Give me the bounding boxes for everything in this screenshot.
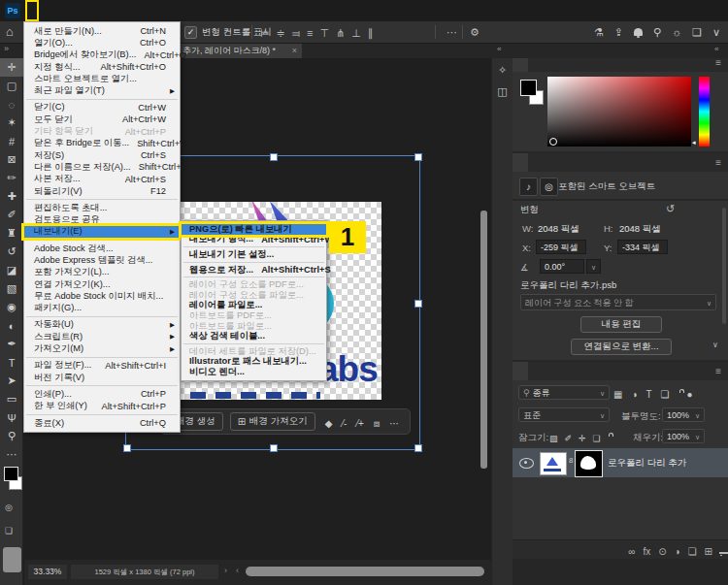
panel-menu-icon[interactable]: ≡ <box>715 153 721 172</box>
tools-more-icon[interactable]: ⋯ <box>0 445 23 464</box>
menu-item[interactable] <box>26 99 178 100</box>
submenu-item-color-lookup[interactable]: 색상 검색 테이블... <box>182 331 326 341</box>
beta-flask-icon[interactable]: ⚗ <box>594 26 604 39</box>
menu-layer[interactable] <box>66 0 80 21</box>
tab-paths[interactable] <box>544 362 559 380</box>
ai-generate-icon[interactable]: ✧ <box>495 62 511 78</box>
menu-image[interactable] <box>52 0 66 21</box>
menu-item-close-go-bridge[interactable]: 닫은 후 Bridge로 이동... Shift+Ctrl+W <box>24 138 180 149</box>
layer-thumbnail[interactable] <box>540 452 567 475</box>
saturation-field[interactable] <box>547 77 691 146</box>
menu-item-invite-edit[interactable]: 편집하도록 초대... <box>24 202 180 213</box>
menu-file[interactable] <box>25 0 39 21</box>
y-input[interactable]: -334 픽셀 <box>617 240 668 254</box>
history-brush-tool[interactable]: ↺ <box>0 243 23 261</box>
menu-item[interactable] <box>26 414 178 415</box>
more-options-icon[interactable]: ⋯ <box>447 21 457 43</box>
filter-shape-layers-icon[interactable]: ❏ <box>661 384 670 402</box>
lock-pixels-icon[interactable]: ✐ <box>565 428 573 445</box>
subtract-brush-icon[interactable]: ⁄- <box>342 413 347 431</box>
gear-icon[interactable]: ⚙ <box>470 21 480 43</box>
filter-type-layers-icon[interactable]: T <box>646 384 652 402</box>
menu-item-close-all[interactable]: 모두 닫기 Alt+Ctrl+W <box>24 114 180 125</box>
layer-filter-select[interactable]: ⚲ 종류 ∨ <box>518 385 610 400</box>
filter-smart-objects-icon[interactable]: ● <box>687 384 693 402</box>
menu-item-save-copy[interactable]: 사본 저장... Alt+Ctrl+S <box>24 174 180 185</box>
menu-item-share-review[interactable]: 검토용으로 공유 <box>24 213 180 225</box>
saturation-cursor[interactable] <box>549 138 557 146</box>
status-arrow-icon[interactable]: ‹ <box>236 566 239 575</box>
menu-item-save-as[interactable]: 다른 이름으로 저장(A)... Shift+Ctrl+S <box>24 161 180 173</box>
status-arrow-icon[interactable]: › <box>224 566 227 575</box>
submenu-item-save-for-web[interactable]: 웹용으로 저장... Alt+Shift+Ctrl+S <box>182 265 326 276</box>
distribute-icon[interactable]: ≡ <box>307 23 313 41</box>
layer-visibility-eye-icon[interactable] <box>519 458 534 469</box>
opacity-input[interactable]: 100% ∨ <box>662 407 705 422</box>
align-left-edges-icon[interactable]: ⊨ <box>260 23 270 41</box>
lock-transparency-icon[interactable]: ▨ <box>549 428 558 445</box>
filter-pixel-layers-icon[interactable]: ▦ <box>613 384 622 402</box>
menu-view[interactable] <box>120 0 134 21</box>
menu-item-place-linked[interactable]: 연결 가져오기(K)... <box>24 278 180 290</box>
layer-comps-select[interactable]: 레이어 구성 요소 적용 안 함 ∨ <box>520 294 716 310</box>
toolbar-expand-icon[interactable]: » <box>4 44 9 53</box>
menu-type[interactable] <box>80 0 93 21</box>
share-icon[interactable]: ⇪ <box>614 26 623 39</box>
smart-object-icon[interactable]: ♪ <box>519 178 538 196</box>
convert-to-linked-button[interactable]: 연결됨으로 변환... <box>571 339 672 355</box>
new-group-icon[interactable]: ❏ <box>688 541 697 559</box>
menu-plugins[interactable] <box>134 0 148 21</box>
menu-item-open[interactable]: 열기(O)... Ctrl+O <box>24 37 180 49</box>
transform-handle[interactable] <box>123 444 131 452</box>
transform-handle[interactable] <box>414 300 422 308</box>
menu-edit[interactable] <box>39 0 52 21</box>
menu-item-free-stock[interactable]: 무료 Adobe Stock 이미지 배치... <box>24 290 180 302</box>
tab-libraries[interactable] <box>544 153 559 172</box>
type-tool[interactable]: T <box>0 353 23 372</box>
new-layer-icon[interactable]: ⊞ <box>705 541 712 559</box>
filter-adjustment-layers-icon[interactable]: ◑ <box>631 384 637 402</box>
menu-item-adobe-stock[interactable]: Adobe Stock 검색... <box>24 243 180 254</box>
layer-row[interactable]: 8 로우폴리 다리 추가 <box>513 448 728 477</box>
hand-tool[interactable]: Ψ <box>0 408 23 427</box>
submenu-item-render-video[interactable]: 비디오 렌더... <box>182 367 326 377</box>
menu-item-open-smart-object[interactable]: 스마트 오브젝트로 열기... <box>24 73 180 84</box>
submenu-item-export-as[interactable]: 내보내기 형식... Alt+Shift+Ctrl+W <box>182 235 326 245</box>
menu-item-browse-bridge[interactable]: Bridge에서 찾아보기(B)... Alt+Ctrl+O <box>24 49 180 61</box>
eyedropper-tool[interactable]: ✏ <box>0 169 23 187</box>
link-layers-icon[interactable]: ∞ <box>628 541 635 559</box>
angle-chevron-icon[interactable]: ∨ <box>586 259 601 274</box>
zoom-tool[interactable]: ⚲ <box>0 427 23 445</box>
foreground-color-swatch[interactable] <box>4 467 18 481</box>
transform-handle[interactable] <box>414 153 422 161</box>
align-right-edges-icon[interactable]: ⫤ <box>292 23 300 41</box>
tab-channels[interactable] <box>528 362 544 380</box>
healing-brush-tool[interactable]: ✚ <box>0 187 23 206</box>
dodge-tool[interactable]: ◐ <box>0 316 23 335</box>
delete-layer-icon[interactable] <box>720 541 722 559</box>
layer-name[interactable]: 로우폴리 다리 추가 <box>608 448 686 477</box>
lock-artboard-icon[interactable]: ❏ <box>593 428 601 445</box>
workspace-chevron-icon[interactable]: ∨ <box>712 26 720 39</box>
menu-item-automate[interactable]: 자동화(U) ▶ <box>24 319 180 331</box>
tab-layers[interactable] <box>513 362 528 380</box>
quick-mask-icon[interactable]: ◎ <box>5 503 13 512</box>
document-vertical-scrollbar[interactable] <box>480 211 487 469</box>
add-mask-icon[interactable]: ⊙ <box>658 541 666 559</box>
angle-input[interactable]: 0.00° <box>540 259 584 274</box>
brush-tool[interactable]: ✐ <box>0 206 23 224</box>
frame-tool[interactable]: ⊠ <box>0 150 23 169</box>
eraser-tool[interactable]: ◪ <box>0 261 23 279</box>
lock-position-icon[interactable]: ✛ <box>579 428 586 445</box>
compare-icon[interactable]: ◫ <box>495 83 511 99</box>
menu-item-import[interactable]: 가져오기(M) ▶ <box>24 342 180 354</box>
crop-tool[interactable]: # <box>0 132 23 150</box>
shape-tool[interactable]: ▭ <box>0 390 23 408</box>
hue-slider[interactable] <box>699 77 710 146</box>
move-tool[interactable]: ✛ <box>0 58 23 77</box>
reset-transform-icon[interactable]: ↺ <box>666 203 675 215</box>
panel-more-chevron-icon[interactable]: ∨ <box>712 341 718 349</box>
menu-item-file-info[interactable]: 파일 정보(F)... Alt+Shift+Ctrl+I <box>24 360 180 372</box>
panel-menu-icon[interactable]: ≡ <box>715 362 721 380</box>
menu-item-print-one[interactable]: 한 부 인쇄(Y) Alt+Shift+Ctrl+P <box>24 401 180 412</box>
